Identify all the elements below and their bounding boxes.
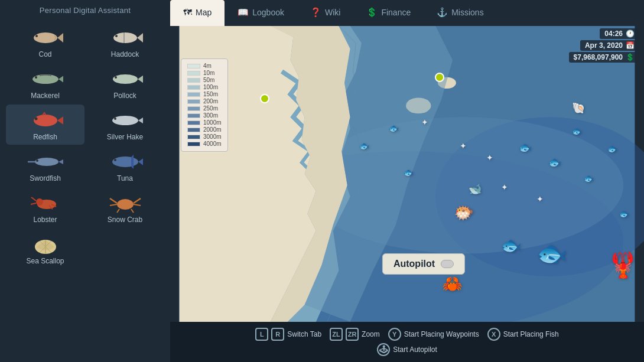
depth-row-2000m: 2000m: [187, 126, 222, 133]
btn-zr[interactable]: ZR: [346, 328, 359, 341]
svg-line-37: [117, 209, 119, 213]
svg-point-27: [36, 198, 43, 206]
haddock-label: Haddock: [111, 50, 139, 58]
depth-row-50m: 50m: [187, 77, 222, 83]
wiki-tab-label: Wiki: [325, 8, 340, 17]
depth-label: 250m: [203, 105, 218, 112]
btn-zl[interactable]: ZL: [330, 328, 343, 341]
svg-point-25: [114, 159, 116, 161]
sidebar-item-tuna[interactable]: Tuna: [86, 146, 164, 186]
svg-point-16: [112, 116, 138, 125]
sidebar-item-pollock[interactable]: Pollock: [86, 63, 164, 103]
sidebar-item-snow-crab[interactable]: Snow Crab: [86, 187, 164, 227]
svg-line-33: [110, 198, 117, 203]
missions-tab-label: Missions: [451, 8, 483, 17]
calendar-icon: 📅: [626, 41, 635, 50]
depth-row-250m: 250m: [187, 105, 222, 112]
depth-row-4m: 4m: [187, 63, 222, 69]
depth-swatch: [187, 78, 200, 83]
map-fish-lobster: 🦞: [607, 250, 638, 279]
label-autopilot: Start Autopilot: [393, 345, 437, 354]
autopilot-panel: Autopilot: [382, 253, 465, 275]
depth-row-3000m: 3000m: [187, 133, 222, 140]
logbook-tab-label: Logbook: [252, 8, 284, 17]
sidebar-item-sea-scallop[interactable]: Sea Scallop: [6, 229, 84, 269]
map-fish-small-2: 🐟: [548, 156, 561, 169]
map-fish-tiny-2: 🐟: [584, 174, 594, 183]
btn-x[interactable]: X: [487, 328, 500, 341]
pollock-icon: [106, 68, 144, 90]
svg-marker-1: [57, 33, 63, 43]
tab-finance[interactable]: 💲Finance: [353, 0, 424, 26]
svg-point-3: [113, 32, 137, 43]
snow-crab-label: Snow Crab: [108, 216, 142, 224]
sidebar-item-redfish[interactable]: Redfish: [6, 105, 84, 145]
map-fish-whale: 🐋: [469, 182, 482, 195]
controls-row-1: L R Switch Tab ZL ZR Zoom Y Start Placin…: [255, 328, 559, 341]
map-fish-cod-2: 🐟: [536, 239, 567, 268]
swordfish-icon: [27, 151, 64, 173]
svg-marker-4: [137, 33, 143, 43]
hud-date: Apr 3, 2020 📅: [580, 40, 639, 51]
svg-point-7: [32, 74, 58, 84]
tab-map[interactable]: 🗺Map: [170, 0, 225, 26]
pollock-label: Pollock: [113, 92, 136, 100]
tab-logbook[interactable]: 📖Logbook: [225, 0, 297, 26]
svg-point-2: [35, 35, 38, 37]
autopilot-toggle[interactable]: [441, 260, 454, 268]
depth-row-100m: 100m: [187, 84, 222, 90]
hud-money: $7,968,097,900 💲: [569, 52, 639, 63]
map-marker-2: ✦: [501, 182, 508, 192]
map-fish-cod: 🐟: [501, 236, 522, 255]
redfish-label: Redfish: [33, 133, 57, 141]
swordfish-label: Swordfish: [30, 174, 61, 182]
missions-tab-icon: ⚓: [437, 7, 448, 18]
sidebar-item-swordfish[interactable]: Swordfish: [6, 146, 84, 186]
sidebar-item-haddock[interactable]: Haddock: [86, 22, 164, 62]
depth-swatch: [187, 113, 200, 118]
sidebar-item-lobster[interactable]: Lobster: [6, 187, 84, 227]
silver-hake-icon: [106, 109, 144, 132]
map-fish-small-1: 🐟: [519, 141, 532, 154]
top-nav: 🗺Map📖Logbook❓Wiki💲Finance⚓Missions: [170, 0, 644, 26]
sidebar-item-cod[interactable]: Cod: [6, 22, 84, 62]
controls-row-2: 🕹 Start Autopilot: [377, 343, 437, 356]
btn-l[interactable]: L: [255, 328, 268, 341]
svg-point-32: [117, 199, 134, 210]
svg-point-5: [115, 35, 118, 37]
btn-y[interactable]: Y: [388, 328, 401, 341]
svg-marker-20: [58, 159, 63, 165]
map-fish-tiny-5: 🐟: [389, 123, 399, 133]
hud-time: 04:26 🕐: [600, 28, 639, 39]
main-area: 🗺Map📖Logbook❓Wiki💲Finance⚓Missions 04:26…: [170, 0, 644, 362]
svg-point-13: [34, 115, 57, 126]
depth-swatch: [187, 128, 200, 132]
autopilot-label: Autopilot: [393, 259, 435, 269]
depth-swatch: [187, 142, 200, 146]
tab-missions[interactable]: ⚓Missions: [424, 0, 496, 26]
logbook-tab-icon: 📖: [238, 7, 249, 18]
depth-label: 1000m: [203, 119, 222, 126]
svg-marker-8: [58, 75, 63, 83]
ctrl-zoom: ZL ZR Zoom: [330, 328, 380, 341]
map-tab-label: Map: [196, 8, 212, 17]
depth-label: 300m: [203, 112, 218, 119]
btn-autopilot[interactable]: 🕹: [377, 343, 390, 356]
clock-icon: 🕐: [626, 30, 635, 38]
map-tab-icon: 🗺: [183, 7, 192, 17]
cod-icon: [27, 27, 64, 49]
tab-wiki[interactable]: ❓Wiki: [297, 0, 353, 26]
map-container[interactable]: 🐡 🐟 🐟 🦀 🦞 🐟 🐟 🐟 🐟 🐟 🐟 🐟 🐟 🐟 🐋 🐚 ✦ ✦ ✦ ✦ …: [170, 26, 644, 322]
waypoint-2: [435, 73, 444, 82]
btn-r[interactable]: R: [271, 328, 284, 341]
svg-marker-17: [138, 116, 143, 125]
hud-top-right: 04:26 🕐 Apr 3, 2020 📅 $7,968,097,900 💲: [569, 28, 639, 63]
map-fish-tiny-7: 🐟: [404, 168, 414, 177]
map-fish-crab: 🦀: [442, 274, 463, 293]
depth-label: 200m: [203, 98, 218, 105]
map-marker-4: ✦: [460, 141, 467, 151]
sidebar-item-silver-hake[interactable]: Silver Hake: [86, 105, 164, 145]
lobster-icon: [27, 192, 64, 214]
cod-label: Cod: [38, 50, 51, 58]
sidebar-item-mackerel[interactable]: Mackerel: [6, 63, 84, 103]
